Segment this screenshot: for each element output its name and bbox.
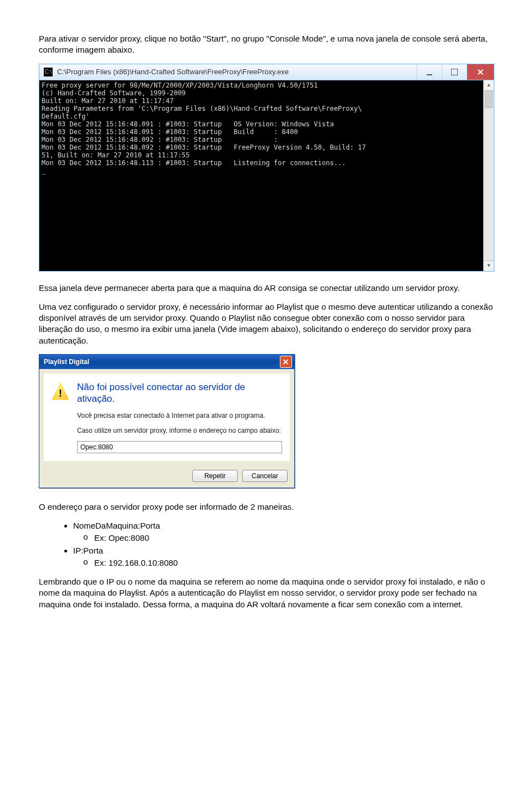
- activation-dialog: Playlist Digital Não foi possível conect…: [39, 354, 295, 488]
- console-titlebar: C:\ C:\Program Files (x86)\Hand-Crafted …: [39, 64, 494, 80]
- cancelar-button[interactable]: Cancelar: [242, 470, 288, 482]
- list-sub-item: Ex: Opec:8080: [94, 532, 493, 544]
- list-item: IP:Porta Ex: 192.168.0.10:8080: [73, 545, 493, 569]
- dialog-close-button[interactable]: [280, 356, 292, 368]
- console-title: C:\Program Files (x86)\Hand-Crafted Soft…: [56, 67, 417, 77]
- cmd-icon: C:\: [44, 68, 53, 76]
- scroll-down-icon[interactable]: ▼: [484, 260, 494, 271]
- dialog-text-2: Caso utilize um servidor proxy, informe …: [77, 426, 282, 436]
- scroll-thumb[interactable]: [485, 90, 493, 108]
- dialog-heading: Não foi possível conectar ao servidor de…: [77, 381, 282, 405]
- repetir-button[interactable]: Repetir: [192, 470, 238, 482]
- console-window: C:\ C:\Program Files (x86)\Hand-Crafted …: [39, 64, 494, 272]
- warning-icon: [52, 382, 69, 400]
- console-output: Free proxy server for 98/Me/NT/2000/XP/2…: [39, 80, 483, 271]
- dialog-titlebar: Playlist Digital: [39, 355, 294, 369]
- paragraph-5: Lembrando que o IP ou o nome da maquina …: [39, 576, 493, 610]
- dialog-title: Playlist Digital: [44, 357, 89, 366]
- list-item-label: NomeDaMaquina:Porta: [73, 521, 160, 530]
- address-format-list: NomeDaMaquina:Porta Ex: Opec:8080 IP:Por…: [39, 520, 493, 569]
- proxy-address-input[interactable]: [77, 441, 282, 453]
- close-button[interactable]: [467, 64, 494, 80]
- scroll-up-icon[interactable]: ▲: [484, 80, 494, 91]
- maximize-button[interactable]: [442, 64, 467, 80]
- list-sub-item: Ex: 192.168.0.10:8080: [94, 557, 493, 569]
- paragraph-1: Para ativar o servidor proxy, clique no …: [39, 33, 493, 56]
- list-item: NomeDaMaquina:Porta Ex: Opec:8080: [73, 520, 493, 544]
- scrollbar[interactable]: ▲ ▼: [483, 80, 494, 271]
- minimize-button[interactable]: [417, 64, 442, 80]
- paragraph-4: O endereço para o servidor proxy pode se…: [39, 501, 493, 513]
- paragraph-2: Essa janela deve permanecer aberta para …: [39, 283, 493, 294]
- dialog-text-1: Você precisa estar conectado à Internet …: [77, 411, 282, 421]
- list-item-label: IP:Porta: [73, 546, 103, 555]
- paragraph-3: Uma vez configurado o servidor proxy, é …: [39, 301, 493, 346]
